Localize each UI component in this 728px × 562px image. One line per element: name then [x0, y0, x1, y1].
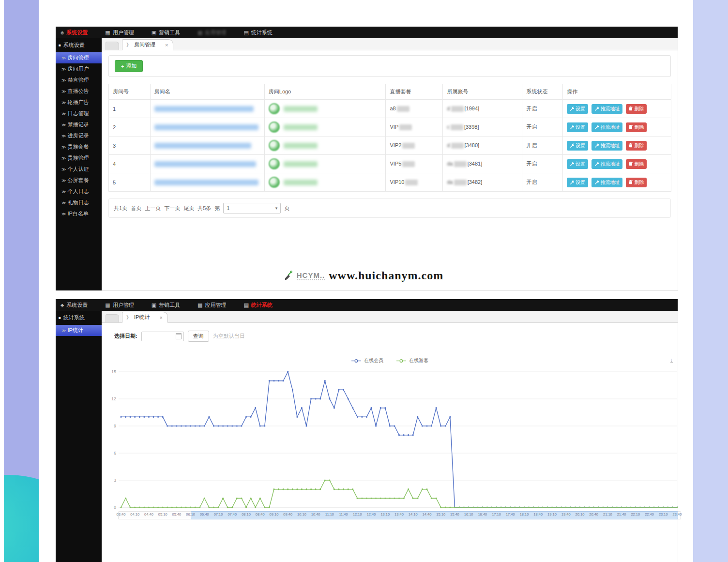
data-point — [676, 506, 678, 508]
data-point — [315, 488, 317, 490]
tab-close-icon[interactable]: × — [165, 42, 168, 48]
last-page-link[interactable]: 尾页 — [183, 205, 194, 212]
settings-button[interactable]: 设置 — [567, 159, 588, 169]
x-axis-tick: 05:10 — [158, 512, 167, 516]
data-point — [273, 380, 274, 381]
nav-item[interactable]: ▦ 用户管理 — [100, 29, 146, 36]
redacted-package — [397, 106, 410, 112]
data-point — [319, 488, 321, 490]
data-point — [375, 425, 377, 426]
data-point — [482, 506, 483, 508]
sidebar-item[interactable]: ≫ IP白名单 — [56, 208, 102, 219]
prev-page-link[interactable]: 上一页 — [145, 205, 161, 212]
redacted-package — [405, 180, 418, 185]
settings-button[interactable]: 设置 — [567, 104, 588, 114]
nav-item[interactable]: ▩ 应用管理 — [193, 302, 239, 309]
push-url-button[interactable]: 推流地址 — [592, 178, 622, 187]
delete-button[interactable]: 删除 — [626, 122, 647, 132]
settings-button[interactable]: 设置 — [567, 141, 588, 151]
sidebar-item[interactable]: ≫ 进房记录 — [56, 130, 102, 141]
data-point — [667, 506, 668, 508]
sidebar-item[interactable]: ≫ 贵族管理 — [56, 152, 102, 164]
sidebar-item[interactable]: ≫ 日志管理 — [56, 108, 102, 119]
tab-room-management[interactable]: 》 房间管理 × — [122, 39, 173, 50]
sidebar-item[interactable]: ≫ 轮播广告 — [56, 97, 102, 108]
settings-button[interactable]: 设置 — [567, 122, 588, 132]
first-page-link[interactable]: 首页 — [131, 205, 141, 212]
y-axis-tick: 9 — [114, 424, 116, 428]
page-select[interactable]: 1 ▾ — [223, 203, 281, 213]
sidebar-item[interactable]: ≫ 个人认证 — [56, 164, 102, 175]
x-axis-tick: 13:10 — [380, 512, 390, 516]
nav-item[interactable]: ♣ 系统设置 — [56, 302, 100, 309]
x-axis-tick: 19:10 — [547, 512, 557, 516]
sidebar-item[interactable]: ≫ 公屏套餐 — [56, 175, 102, 186]
sidebar-item[interactable]: ≫ 直播公告 — [56, 86, 102, 97]
sidebar-item-label: 房间管理 — [67, 54, 89, 61]
nav-item[interactable]: ▣ 营销工具 — [147, 29, 193, 36]
delete-button[interactable]: 删除 — [626, 104, 647, 114]
room-logo-icon — [269, 122, 280, 133]
x-axis-tick: 14:10 — [409, 512, 418, 516]
tab-scroll-stub[interactable] — [106, 314, 119, 322]
redacted-room-name — [154, 180, 258, 185]
data-point — [458, 506, 460, 508]
content-1: 》 房间管理 × + 添加 房间号房间名房间Logo直播套餐所属账号系统状态操作… — [102, 38, 678, 290]
push-url-button[interactable]: 推流地址 — [592, 141, 622, 151]
room-number-cell: 4 — [109, 155, 151, 173]
data-point — [185, 506, 187, 508]
sidebar-item[interactable]: ≫ 禁播记录 — [56, 119, 102, 130]
series-line — [121, 372, 677, 507]
nav-item-label: 营销工具 — [159, 29, 180, 36]
data-point — [195, 506, 196, 508]
push-url-button[interactable]: 推流地址 — [592, 104, 622, 114]
delete-button[interactable]: 删除 — [626, 159, 647, 169]
settings-button[interactable]: 设置 — [567, 178, 588, 187]
sidebar-item[interactable]: ≫ 禁言管理 — [56, 75, 102, 86]
legend-item[interactable]: 在线会员 — [351, 357, 383, 364]
sidebar-item[interactable]: ≫ 房间管理 — [56, 52, 102, 63]
data-point — [204, 425, 205, 426]
sidebar-menu: ≫ IP统计 — [56, 325, 102, 336]
sidebar-item-label: 贵族套餐 — [67, 143, 89, 151]
data-point — [162, 416, 164, 418]
redacted-account — [454, 161, 467, 167]
data-point — [195, 425, 196, 426]
nav-item[interactable]: ▤ 统计系统 — [239, 29, 285, 36]
data-point — [398, 498, 400, 499]
sidebar-header: ■ 统计系统 — [56, 311, 102, 325]
push-url-button[interactable]: 推流地址 — [592, 122, 622, 132]
nav-item[interactable]: ♣ 系统设置 — [56, 29, 100, 36]
sidebar-item[interactable]: ≫ 礼物日志 — [56, 197, 102, 208]
save-image-icon[interactable]: ↓ — [670, 357, 673, 363]
tab-close-icon[interactable]: × — [159, 315, 162, 320]
chevron-right-icon: ≫ — [61, 145, 66, 150]
sidebar-item[interactable]: ≫ IP统计 — [56, 325, 102, 336]
nav-item[interactable]: ▦ 用户管理 — [100, 302, 146, 309]
date-input[interactable] — [141, 332, 184, 341]
sidebar-item-label: 日志管理 — [67, 110, 89, 117]
chevron-right-icon: ≫ — [61, 56, 66, 61]
data-point — [398, 434, 400, 436]
table-row: 4 VIP5 da[3481] 开启 设置 推流地址 删除 — [109, 155, 671, 173]
sidebar-item[interactable]: ≫ 个人日志 — [56, 186, 102, 197]
data-point — [537, 506, 539, 508]
nav-item[interactable]: ▩ 应用管理 — [193, 29, 239, 36]
delete-button[interactable]: 删除 — [626, 178, 647, 187]
legend-item[interactable]: 在线游客 — [396, 357, 428, 364]
actions-cell: 设置 推流地址 删除 — [563, 118, 671, 137]
add-button[interactable]: + 添加 — [115, 60, 143, 72]
next-page-link[interactable]: 下一页 — [164, 205, 180, 212]
sidebar-item[interactable]: ≫ 房间用户 — [56, 63, 102, 75]
push-url-button[interactable]: 推流地址 — [592, 159, 622, 169]
sidebar-item[interactable]: ≫ 贵族套餐 — [56, 141, 102, 152]
nav-item-label: 系统设置 — [66, 29, 88, 36]
query-button[interactable]: 查询 — [188, 331, 209, 342]
data-point — [296, 488, 298, 490]
nav-item[interactable]: ▤ 统计系统 — [239, 302, 285, 309]
x-axis-tick: 18:40 — [533, 512, 543, 516]
nav-item[interactable]: ▣ 营销工具 — [147, 302, 193, 309]
tab-scroll-stub[interactable] — [106, 42, 119, 50]
delete-button[interactable]: 删除 — [626, 141, 647, 151]
tab-ip-statistics[interactable]: 》 IP统计 × — [122, 312, 168, 323]
